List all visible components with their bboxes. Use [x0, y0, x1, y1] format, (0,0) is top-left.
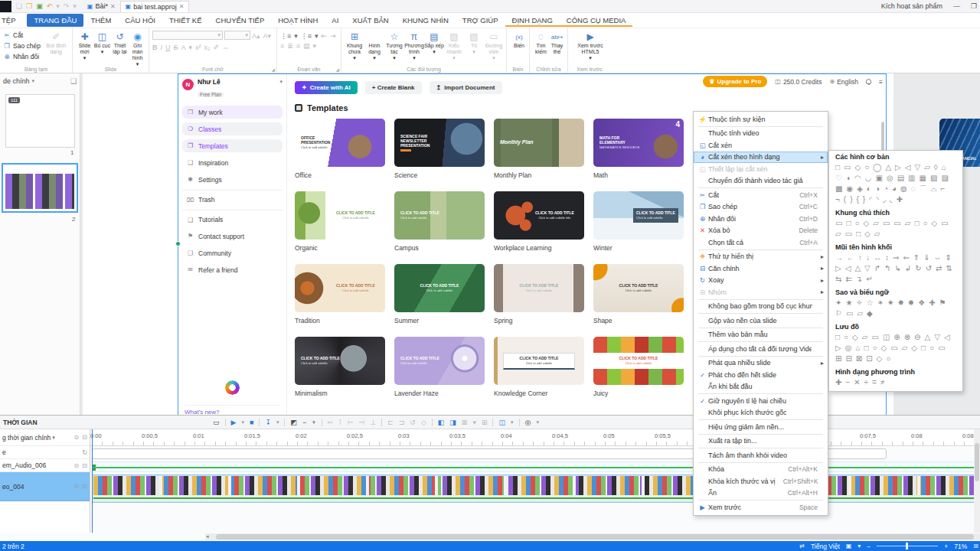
context-menu-item[interactable] — [698, 341, 823, 342]
ribbon-tab[interactable]: TỆP — [0, 14, 22, 27]
template-card[interactable]: CLICK TO ADD TITLE Click to add subtitle… — [394, 191, 485, 256]
track-caret-icon[interactable]: ▾ — [511, 419, 514, 425]
align-right-icon[interactable]: ≡ — [296, 42, 300, 50]
zoom-in-icon[interactable]: + — [312, 419, 315, 426]
menu-icon[interactable]: ≡ — [879, 78, 883, 86]
sidebar-item[interactable]: ❒ My work — [182, 106, 283, 119]
ribbon-tab[interactable]: THÊM — [83, 14, 118, 27]
clear-format-icon[interactable]: ✐ — [214, 44, 220, 51]
template-card[interactable]: CLICK TO ADD TITLE Click to add subtitle… — [394, 337, 485, 402]
activate-product-link[interactable]: Kích hoạt sản phẩm — [881, 2, 942, 10]
ribbon-tab[interactable]: CHUYỂN TIẾP — [209, 14, 272, 27]
template-thumbnail[interactable]: Monthly Plan — [494, 119, 584, 167]
import-document-button[interactable]: ↥ Import Document — [430, 81, 502, 94]
context-menu-item[interactable]: ⊕ Nhân đôi Ctrl+D — [694, 213, 828, 225]
align-left-icon[interactable]: ≡ — [280, 42, 284, 50]
bold-icon[interactable]: B — [152, 44, 158, 51]
context-menu-item[interactable]: ⚡ Thuộc tính sự kiện — [694, 113, 828, 126]
char-spacing-icon[interactable]: ⇔ — [222, 44, 229, 51]
copy-button[interactable]: ❐Sao chép — [3, 41, 42, 51]
template-thumbnail[interactable]: CLICK TO ADD TITLE Click to add subtitle — [295, 191, 385, 240]
selection-handle-left[interactable] — [175, 241, 181, 246]
lock-icon[interactable]: ⊡ — [82, 462, 87, 469]
lock-icon[interactable]: ⊡ — [82, 434, 87, 441]
eye-icon[interactable]: ⊙ — [74, 483, 80, 490]
context-menu-item[interactable]: ◱ Thiết lập lại cắt xén — [694, 163, 828, 175]
language-selector[interactable]: ⊕ English — [829, 78, 858, 86]
context-menu-item[interactable]: ✓ Giữ nguyên tỉ lệ hai chiều — [694, 395, 828, 407]
context-menu-item[interactable]: Chọn tất cả Ctrl+A — [694, 236, 828, 249]
highlight-icon[interactable]: ▾ — [189, 44, 193, 51]
play-icon[interactable]: ▶ — [231, 419, 237, 426]
strikethrough-icon[interactable]: S — [174, 44, 178, 51]
align-center-icon[interactable]: ≣ — [287, 42, 293, 50]
sidebar-item[interactable]: ❏ Inspiration — [182, 156, 283, 169]
track-header-main[interactable]: g thời gian chính▾ ⊙⊡ — [0, 429, 90, 446]
context-menu-item[interactable]: ✕ Xóa bỏ Delete — [694, 225, 828, 237]
shrink-font-icon[interactable]: A▾ — [263, 32, 272, 40]
ribbon-tab[interactable]: XUẤT BẢN — [345, 14, 395, 27]
shape-options[interactable]: ✚−✕÷=≠ — [829, 377, 962, 390]
save-icon[interactable]: ▣ — [36, 2, 43, 10]
playhead[interactable] — [92, 429, 93, 533]
sidebar-item[interactable]: ❐ Templates — [182, 139, 283, 152]
ribbon-tab[interactable]: ĐỊNH DẠNG — [505, 14, 560, 27]
context-menu-item[interactable]: Thêm vào bản mẫu — [694, 329, 828, 341]
lock-icon[interactable]: ⊡ — [82, 483, 87, 490]
record-caret-icon[interactable]: ▾ — [276, 419, 279, 425]
document-tab-1[interactable]: ▣ Bài* ✕ — [83, 1, 120, 12]
sidebar-item[interactable]: ❏ Tutorials — [182, 210, 283, 226]
undo-icon[interactable]: ↶ — [47, 2, 53, 10]
screen-record-button[interactable]: ◉Ghi màn hình▾ — [129, 31, 146, 67]
context-menu-item[interactable] — [698, 313, 823, 314]
context-menu-item[interactable] — [698, 393, 823, 394]
redo-icon[interactable]: ↷ — [64, 2, 70, 10]
timeline-tool-icon[interactable] — [432, 419, 433, 426]
template-card[interactable]: CLICK TO ADD TITLE Click to add subtitle… — [593, 191, 684, 256]
template-thumbnail[interactable]: CLICK TO ADD TITLE Click to add subtitle — [494, 264, 584, 312]
slide-1-thumbnail[interactable]: 111 — [5, 94, 75, 148]
template-card[interactable]: CLICK TO ADD TITLE Click to add subtitle… — [295, 337, 385, 402]
freeze-frame-icon[interactable]: ⊐ — [399, 419, 405, 426]
context-menu-item[interactable]: ↻ Xoay ▸ — [694, 275, 828, 287]
context-menu-item[interactable]: Phát qua nhiều slide ▸ — [694, 357, 828, 370]
timeline-horizontal-scrollbar[interactable]: ◂ — [205, 533, 980, 540]
context-menu-item[interactable]: ❐ Sao chép Ctrl+C — [694, 201, 828, 214]
sidebar-item[interactable]: ❍ Classes — [182, 122, 283, 135]
close-tab-icon[interactable]: ✕ — [179, 3, 185, 10]
zoom-in-button[interactable]: + — [944, 543, 948, 550]
timeline-ruler[interactable]: 0:000:00,50:010:01,50:020:02,50:030:03,5… — [90, 429, 980, 446]
shape-options[interactable]: →←↑↓↔↕⇒⇐⇑⇓⇔⇕▷◁△▽↱↰↳↲↻↺⇄⇅⇆⇇↴↵ — [829, 252, 962, 286]
template-thumbnail[interactable]: CLICK TO ADD TITLE Click to add subtitle — [295, 337, 385, 385]
preview-frame-icon[interactable]: ▭ — [213, 419, 220, 426]
context-menu-item[interactable]: Khóa Ctrl+Alt+K — [694, 464, 828, 476]
context-menu-item[interactable]: ⊞ Nhóm ▸ — [694, 286, 828, 298]
shape-options[interactable]: ✦★✧☆✶✷✸✹❖✚⚑⚐▭▱◆ — [829, 297, 962, 321]
template-card[interactable]: CLICK TO ADD TITLE Click to add subtitle… — [494, 191, 584, 256]
object-button[interactable]: ⊞ Khung chứa▾ — [345, 31, 364, 61]
context-menu-item[interactable]: ◕ Cắt xén theo hình dạng ▸ — [694, 152, 828, 164]
superscript-icon[interactable]: x² — [195, 44, 201, 51]
shape-options[interactable]: □○◇▱▭◫⊕⊗⊖△▽◁▷◎⌂□○◇▭▱◇□○▭⊞⊟⊠⊡◇○ — [829, 331, 962, 366]
scrollbar-thumb[interactable] — [216, 534, 974, 540]
template-thumbnail[interactable]: CLICK TO ADD TITLE Click to add subtitle — [394, 191, 485, 240]
upgrade-to-pro-button[interactable]: ♛ Upgrade to Pro — [703, 76, 767, 87]
object-button[interactable]: Hình dạng▾ — [364, 31, 384, 61]
sidebar-item[interactable]: ✱ Settings — [182, 173, 283, 186]
select-mode-icon[interactable]: ◩ — [290, 419, 297, 426]
chevron-down-icon[interactable]: ▾ — [279, 79, 283, 85]
create-blank-button[interactable]: + Create Blank — [365, 81, 422, 94]
bullets-icon[interactable]: ⋮≡ — [280, 32, 291, 40]
chevron-down-icon[interactable]: ▾ — [858, 543, 861, 549]
context-menu-item[interactable]: Ẩn Ctrl+Alt+H — [694, 487, 828, 500]
template-card[interactable]: MATH FOR ELEMENTARY MATHEMATICS RESOURCE… — [593, 119, 684, 184]
indent-left-icon[interactable]: ⇤ — [322, 32, 328, 40]
track-header-audio[interactable]: em_Audio_006 ⊙⊡ — [0, 459, 90, 472]
scroll-left-icon[interactable]: ◂ — [206, 533, 209, 540]
cut-button[interactable]: ✂Cắt — [3, 31, 42, 40]
close-tab-icon[interactable]: ✕ — [110, 3, 116, 10]
columns-icon[interactable]: ▤ — [303, 42, 310, 50]
context-menu-item[interactable] — [698, 434, 823, 435]
replace-button[interactable]: ab↦Thay thế — [549, 31, 565, 55]
ripple-trim-icon[interactable]: ⊣ — [359, 419, 365, 426]
